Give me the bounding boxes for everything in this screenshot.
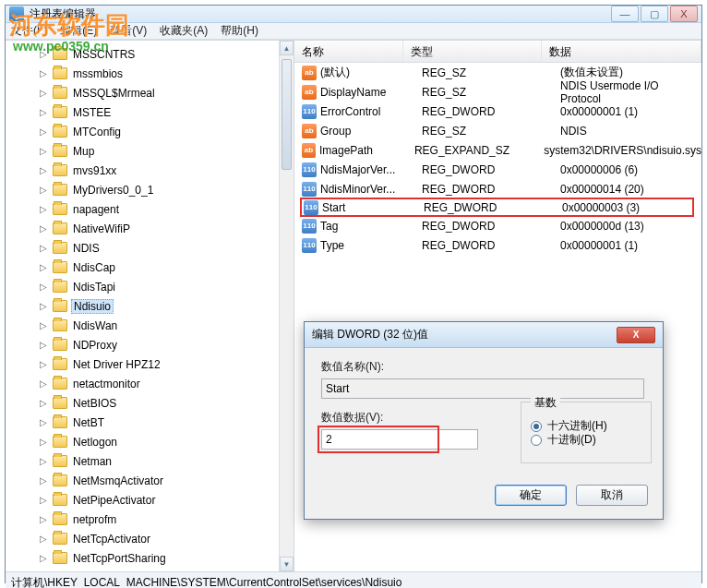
expand-icon[interactable]: ▷ xyxy=(38,165,49,175)
menu-edit[interactable]: 编辑(E) xyxy=(60,23,97,39)
folder-icon xyxy=(53,300,67,312)
radio-hex[interactable] xyxy=(531,421,542,432)
menu-favorites[interactable]: 收藏夹(A) xyxy=(160,23,208,39)
dword-icon: 110 xyxy=(302,182,317,197)
tree-item[interactable]: ▷NetTcpActivator xyxy=(38,529,294,548)
tree-item[interactable]: ▷MyDrivers0_0_1 xyxy=(38,180,294,199)
tree-item[interactable]: ▷MSTEE xyxy=(38,102,294,122)
expand-icon[interactable]: ▷ xyxy=(38,495,49,505)
tree-item[interactable]: ▷NdisCap xyxy=(38,258,294,277)
expand-icon[interactable]: ▷ xyxy=(38,514,49,524)
expand-icon[interactable]: ▷ xyxy=(38,456,49,466)
expand-icon[interactable]: ▷ xyxy=(38,107,49,117)
tree-item[interactable]: ▷Mup xyxy=(38,141,294,161)
col-type[interactable]: 类型 xyxy=(403,41,542,62)
menu-help[interactable]: 帮助(H) xyxy=(221,23,258,39)
tree-item[interactable]: ▷NetMsmqActivator xyxy=(38,471,294,490)
tree-item[interactable]: ▷NDProxy xyxy=(38,335,294,354)
list-row[interactable]: 110NdisMinorVer...REG_DWORD0x00000014 (2… xyxy=(294,179,701,198)
tree-item[interactable]: ▷NDIS xyxy=(38,238,294,258)
list-row[interactable]: 110NdisMajorVer...REG_DWORD0x00000006 (6… xyxy=(294,160,701,179)
folder-icon xyxy=(53,67,67,79)
expand-icon[interactable]: ▷ xyxy=(38,359,49,369)
expand-icon[interactable]: ▷ xyxy=(38,262,49,272)
expand-icon[interactable]: ▷ xyxy=(38,475,49,486)
expand-icon[interactable]: ▷ xyxy=(38,243,49,253)
expand-icon[interactable]: ▷ xyxy=(38,88,49,98)
menu-view[interactable]: 查看(V) xyxy=(110,23,147,39)
maximize-button[interactable]: ▢ xyxy=(641,6,668,22)
tree-item[interactable]: ▷Netlogon xyxy=(38,432,294,451)
expand-icon[interactable]: ▷ xyxy=(38,49,49,59)
scroll-thumb[interactable] xyxy=(282,59,292,170)
minimize-button[interactable]: — xyxy=(611,6,639,22)
tree-item[interactable]: ▷NdisTapi xyxy=(38,277,294,296)
expand-icon[interactable]: ▷ xyxy=(38,437,49,447)
list-row[interactable]: abDisplayNameREG_SZNDIS Usermode I/O Pro… xyxy=(294,82,701,102)
tree-item[interactable]: ▷Ndisuio xyxy=(38,296,294,316)
radio-dec-label: 十进制(D) xyxy=(547,432,596,448)
list-row[interactable]: abGroupREG_SZNDIS xyxy=(294,121,701,140)
scroll-up-icon[interactable]: ▲ xyxy=(280,41,294,55)
tree-item[interactable]: ▷mvs91xx xyxy=(38,161,294,180)
expand-icon[interactable]: ▷ xyxy=(38,417,49,427)
expand-icon[interactable]: ▷ xyxy=(38,534,49,544)
tree-item[interactable]: ▷mssmbios xyxy=(38,64,294,83)
scroll-down-icon[interactable]: ▼ xyxy=(280,557,294,571)
expand-icon[interactable]: ▷ xyxy=(38,340,49,350)
tree-item[interactable]: ▷MTConfig xyxy=(38,122,294,141)
row-name: Tag xyxy=(320,220,422,233)
tree-item[interactable]: ▷MSSQL$Mrmeal xyxy=(38,83,294,102)
dword-icon: 110 xyxy=(302,104,317,119)
list-row[interactable]: abImagePathREG_EXPAND_SZsystem32\DRIVERS… xyxy=(294,140,701,160)
tree-item[interactable]: ▷Net Driver HPZ12 xyxy=(38,354,294,374)
menu-file[interactable]: 文件(F) xyxy=(11,23,47,39)
dialog-titlebar[interactable]: 编辑 DWORD (32 位)值 X xyxy=(305,322,663,348)
expand-icon[interactable]: ▷ xyxy=(38,126,49,137)
expand-icon[interactable]: ▷ xyxy=(38,320,49,330)
dialog-close-button[interactable]: X xyxy=(617,327,655,343)
list-row[interactable]: 110StartREG_DWORD0x00000003 (3) xyxy=(300,198,694,217)
col-data[interactable]: 数据 xyxy=(542,41,701,62)
expand-icon[interactable]: ▷ xyxy=(38,378,49,389)
expand-icon[interactable]: ▷ xyxy=(38,223,49,234)
radio-dec[interactable] xyxy=(531,435,542,446)
list-row[interactable]: 110TagREG_DWORD0x0000000d (13) xyxy=(294,216,701,235)
expand-icon[interactable]: ▷ xyxy=(38,398,49,408)
tree-item[interactable]: ▷napagent xyxy=(38,199,294,219)
expand-icon[interactable]: ▷ xyxy=(38,146,49,156)
tree-pane[interactable]: ▷MSSCNTRS▷mssmbios▷MSSQL$Mrmeal▷MSTEE▷MT… xyxy=(6,41,294,571)
tree-item[interactable]: ▷NetTcpPortSharing xyxy=(38,548,294,568)
tree-item[interactable]: ▷NetPipeActivator xyxy=(38,490,294,510)
expand-icon[interactable]: ▷ xyxy=(38,282,49,292)
tree-item[interactable]: ▷MSSCNTRS xyxy=(38,44,294,64)
list-row[interactable]: 110TypeREG_DWORD0x00000001 (1) xyxy=(294,235,701,255)
ok-button[interactable]: 确定 xyxy=(495,485,567,506)
tree-scrollbar[interactable]: ▲ ▼ xyxy=(279,41,294,571)
expand-icon[interactable]: ▷ xyxy=(38,301,49,311)
tree-item-label: NetPipeActivator xyxy=(71,494,157,507)
radio-dec-row[interactable]: 十进制(D) xyxy=(531,432,641,448)
dialog-title: 编辑 DWORD (32 位)值 xyxy=(312,327,617,342)
folder-icon xyxy=(53,378,67,390)
tree-item[interactable]: ▷netprofm xyxy=(38,510,294,529)
value-name-input[interactable] xyxy=(321,378,644,399)
tree-item[interactable]: ▷NetBT xyxy=(38,413,294,432)
expand-icon[interactable]: ▷ xyxy=(38,185,49,195)
tree-item[interactable]: ▷NetBIOS xyxy=(38,393,294,413)
cancel-button[interactable]: 取消 xyxy=(576,485,648,506)
close-button[interactable]: X xyxy=(670,6,698,22)
titlebar[interactable]: 注册表编辑器 — ▢ X xyxy=(6,6,701,23)
tree-item[interactable]: ▷NativeWifiP xyxy=(38,219,294,238)
col-name[interactable]: 名称 xyxy=(294,41,403,62)
tree-item-label: NetMsmqActivator xyxy=(71,474,165,487)
expand-icon[interactable]: ▷ xyxy=(38,204,49,214)
tree-item[interactable]: ▷Netman xyxy=(38,451,294,471)
row-data: system32\DRIVERS\ndisuio.sys xyxy=(544,144,701,157)
expand-icon[interactable]: ▷ xyxy=(38,553,49,563)
list-row[interactable]: 110ErrorControlREG_DWORD0x00000001 (1) xyxy=(294,102,701,121)
tree-item[interactable]: ▷netactmonitor xyxy=(38,374,294,393)
expand-icon[interactable]: ▷ xyxy=(38,68,49,78)
tree-item-label: Net Driver HPZ12 xyxy=(71,358,162,371)
tree-item[interactable]: ▷NdisWan xyxy=(38,316,294,335)
